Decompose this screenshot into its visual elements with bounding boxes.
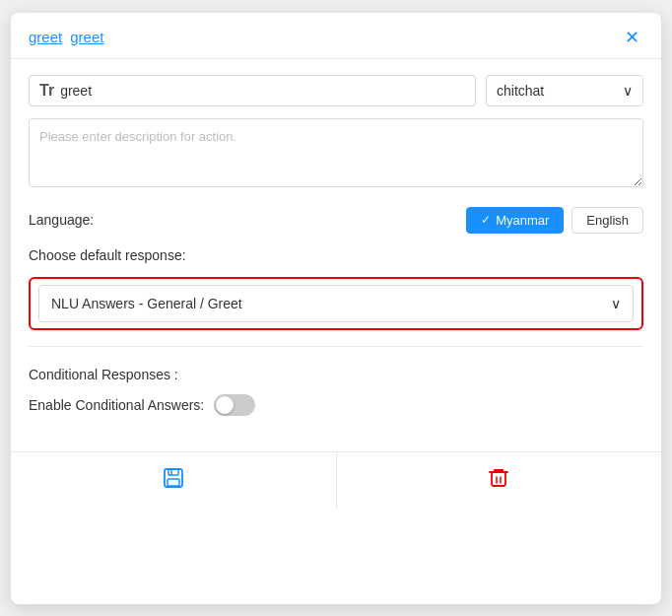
myanmar-label: Myanmar — [496, 213, 549, 228]
language-label: Language: — [29, 212, 94, 228]
dropdown-chevron-icon: ∨ — [611, 296, 621, 311]
save-button[interactable] — [11, 452, 337, 510]
dropdown-wrapper: NLU Answers - General / Greet ∨ — [29, 277, 643, 330]
name-category-row: Tr chitchat ∨ — [29, 75, 643, 106]
chevron-down-icon: ∨ — [623, 83, 633, 99]
enable-label: Enable Conditional Answers: — [29, 397, 204, 413]
save-icon — [162, 466, 185, 496]
description-textarea[interactable] — [29, 118, 643, 187]
myanmar-button[interactable]: ✓ Myanmar — [466, 207, 564, 234]
default-response-label: Choose default response: — [29, 247, 643, 263]
default-response-dropdown[interactable]: NLU Answers - General / Greet ∨ — [38, 285, 634, 322]
english-button[interactable]: English — [571, 207, 643, 234]
english-label: English — [586, 213, 629, 228]
header-title-main[interactable]: greet — [29, 29, 62, 45]
check-icon: ✓ — [481, 213, 491, 227]
svg-rect-4 — [492, 472, 505, 486]
divider — [29, 346, 643, 347]
close-button[interactable]: ✕ — [621, 27, 643, 48]
conditional-section: Conditional Responses : Enable Condition… — [29, 357, 643, 426]
dialog-header: greet greet ✕ — [11, 13, 661, 59]
svg-rect-2 — [168, 479, 179, 486]
category-value: chitchat — [497, 83, 544, 99]
enable-toggle[interactable] — [214, 394, 255, 416]
header-title-sub[interactable]: greet — [70, 29, 103, 45]
language-row: Language: ✓ Myanmar English — [29, 207, 643, 234]
enable-row: Enable Conditional Answers: — [29, 394, 643, 416]
dialog-body: Tr chitchat ∨ Language: ✓ Myanmar Englis… — [11, 59, 661, 442]
dialog-footer — [11, 451, 661, 510]
delete-button[interactable] — [337, 452, 662, 510]
toggle-knob — [216, 396, 234, 414]
name-input[interactable] — [60, 83, 465, 99]
category-select[interactable]: chitchat ∨ — [486, 75, 643, 106]
dropdown-value: NLU Answers - General / Greet — [51, 296, 242, 311]
delete-icon — [487, 466, 510, 496]
name-input-wrap: Tr — [29, 75, 476, 106]
language-buttons: ✓ Myanmar English — [466, 207, 643, 234]
dialog: greet greet ✕ Tr chitchat ∨ Language: ✓ … — [11, 13, 661, 604]
conditional-label: Conditional Responses : — [29, 367, 643, 382]
type-icon: Tr — [39, 82, 54, 100]
